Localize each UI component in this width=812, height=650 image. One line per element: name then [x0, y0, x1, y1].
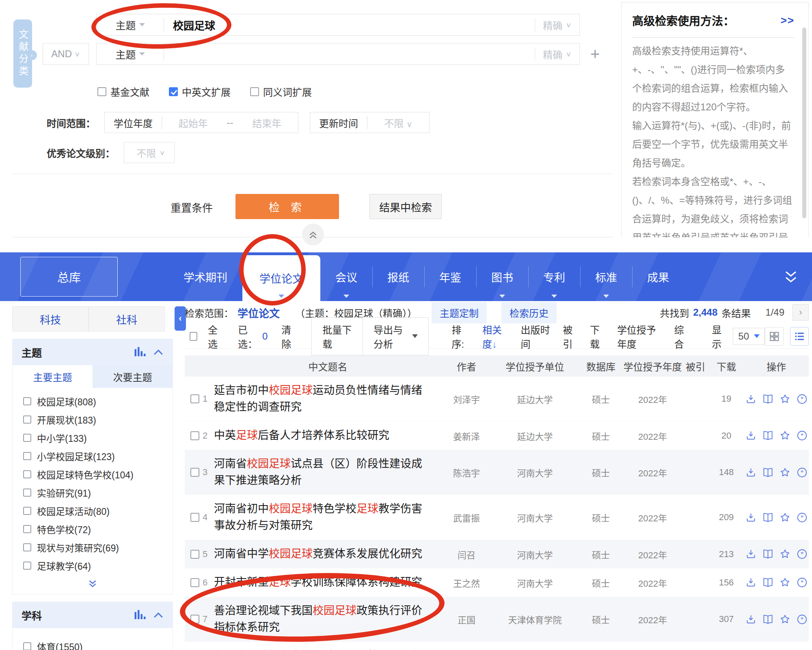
- download-icon[interactable]: [745, 512, 756, 523]
- sort-option-4[interactable]: 下载: [590, 322, 605, 351]
- thesis-title-link[interactable]: 延吉市初中校园足球运动员负性情绪与情绪稳定性的调查研究: [214, 382, 442, 415]
- grid-view-button[interactable]: [765, 327, 784, 346]
- facet-item-topic-7[interactable]: 校园足球活动(80): [13, 501, 173, 520]
- unchecked-checkbox[interactable]: [97, 87, 106, 96]
- star-icon[interactable]: [780, 467, 790, 478]
- star-icon[interactable]: [780, 512, 790, 523]
- thesis-title-link[interactable]: 中英足球后备人才培养体系比较研究: [214, 427, 442, 444]
- match-select-1[interactable]: 精确 ∨: [535, 18, 579, 32]
- sort-option-6[interactable]: 综合: [674, 322, 689, 351]
- sidebar-collapse-button[interactable]: ‹: [175, 306, 186, 331]
- document-category-tab[interactable]: 文献分类 ›: [13, 19, 32, 88]
- book-icon[interactable]: [762, 430, 773, 441]
- unchecked-checkbox[interactable]: [23, 642, 31, 650]
- quote-icon[interactable]: ”: [797, 549, 808, 560]
- degree-year-select[interactable]: 学位年度: [105, 116, 162, 130]
- unchecked-checkbox[interactable]: [23, 489, 31, 497]
- download-icon[interactable]: [745, 614, 756, 625]
- quote-icon[interactable]: ”: [797, 614, 808, 625]
- search-option-1[interactable]: 中英文扩展: [169, 84, 231, 99]
- nav-item-7[interactable]: 专利: [528, 252, 580, 301]
- book-icon[interactable]: [762, 577, 773, 588]
- update-time-select[interactable]: 不限 ∨: [367, 116, 429, 130]
- checked-checkbox[interactable]: [169, 87, 178, 96]
- facet-item-topic-9[interactable]: 现状与对策研究(69): [13, 538, 173, 556]
- search-history-button[interactable]: 检索历史: [501, 302, 557, 323]
- unchecked-checkbox[interactable]: [23, 543, 31, 551]
- star-icon[interactable]: [780, 614, 790, 625]
- scope-value[interactable]: 学位论文: [238, 305, 280, 320]
- bar-chart-icon[interactable]: [134, 610, 146, 620]
- clear-selection-button[interactable]: 清除: [281, 322, 298, 351]
- unchecked-checkbox[interactable]: [23, 397, 31, 405]
- search-input-1[interactable]: 校园足球: [164, 17, 535, 32]
- facet-item-topic-3[interactable]: 中小学(133): [13, 428, 173, 447]
- book-icon[interactable]: [762, 512, 773, 523]
- collapse-panel-button[interactable]: [302, 224, 324, 245]
- unchecked-checkbox[interactable]: [250, 87, 259, 96]
- download-icon[interactable]: [745, 394, 756, 405]
- sort-option-3[interactable]: 被引: [563, 322, 578, 351]
- search-option-0[interactable]: 基金文献: [97, 84, 149, 99]
- quote-icon[interactable]: ”: [797, 430, 808, 441]
- nav-item-total-library[interactable]: 总库: [20, 257, 118, 297]
- thesis-title-link[interactable]: 河南省校园足球试点县（区）阶段性建设成果下推进策略分析: [214, 456, 442, 489]
- nav-more-button[interactable]: [781, 267, 801, 288]
- download-icon[interactable]: [745, 430, 756, 441]
- search-in-results-button[interactable]: 结果中检索: [369, 194, 442, 219]
- batch-download-button[interactable]: 批量下载: [312, 318, 363, 355]
- add-search-row-icon[interactable]: +: [590, 46, 600, 62]
- topic-customize-button[interactable]: 主题定制: [432, 302, 487, 323]
- download-icon[interactable]: [745, 549, 756, 560]
- facet-item-topic-4[interactable]: 小学校园足球(123): [13, 447, 173, 465]
- unchecked-checkbox[interactable]: [23, 562, 31, 570]
- book-icon[interactable]: [762, 614, 773, 625]
- row-checkbox[interactable]: [190, 431, 199, 440]
- nav-item-1[interactable]: 学术期刊: [168, 252, 242, 301]
- export-analyze-button[interactable]: 导出与分析: [363, 318, 428, 355]
- nav-item-9[interactable]: 成果: [632, 252, 684, 301]
- sort-option-1[interactable]: 相关度↓: [482, 322, 509, 351]
- unchecked-checkbox[interactable]: [23, 452, 31, 460]
- row-checkbox[interactable]: [190, 513, 199, 522]
- author-cell[interactable]: 姜新泽: [442, 429, 491, 442]
- select-all-checkbox[interactable]: [190, 332, 197, 341]
- end-year-input[interactable]: 结束年: [236, 116, 298, 130]
- star-icon[interactable]: [780, 394, 790, 405]
- nav-item-4[interactable]: 报纸: [372, 252, 424, 301]
- thesis-title-link[interactable]: 善治理论视域下我国校园足球政策执行评价指标体系研究: [214, 603, 442, 636]
- author-cell[interactable]: 王之然: [442, 576, 491, 589]
- sort-option-2[interactable]: 出版时间: [520, 322, 551, 351]
- thesis-title-link[interactable]: 梅州市足球特色学校足球开展现状调查分析 ——以梅州市梅县区高级中学为例: [214, 648, 442, 650]
- thesis-title-link[interactable]: 河南省初中校园足球特色学校足球教学伤害事故分析与对策研究: [214, 501, 442, 534]
- row-checkbox[interactable]: [190, 394, 199, 403]
- facet-item-topic-6[interactable]: 实验研究(91): [13, 483, 173, 501]
- book-icon[interactable]: [762, 467, 773, 478]
- quote-icon[interactable]: ”: [797, 394, 808, 405]
- excellent-level-select[interactable]: 不限 ∨: [124, 142, 175, 163]
- next-page-button[interactable]: ›: [793, 304, 809, 321]
- unchecked-checkbox[interactable]: [23, 507, 31, 515]
- help-more-link[interactable]: >>: [781, 14, 795, 27]
- facet-item-topic-8[interactable]: 特色学校(72): [13, 520, 173, 538]
- facet-item-topic-2[interactable]: 开展现状(183): [13, 410, 173, 428]
- star-icon[interactable]: [780, 577, 790, 588]
- sidebar-tab-science[interactable]: 科技: [12, 306, 89, 331]
- page-size-select[interactable]: 50: [733, 328, 765, 345]
- thesis-title-link[interactable]: 开封市新型足球学校训练保障体系构建研究: [214, 574, 442, 591]
- show-more-topics-button[interactable]: [13, 576, 173, 594]
- start-year-input[interactable]: 起始年: [162, 116, 225, 130]
- collapse-section-icon[interactable]: [153, 349, 164, 356]
- book-icon[interactable]: [762, 549, 773, 560]
- sidebar-tab-social[interactable]: 社科: [89, 306, 165, 331]
- book-icon[interactable]: [762, 394, 773, 405]
- author-cell[interactable]: 正国: [442, 613, 491, 626]
- reset-button[interactable]: 重置条件: [171, 200, 213, 215]
- scrollbar-thumb[interactable]: [802, 28, 806, 218]
- bar-chart-icon[interactable]: [134, 347, 146, 357]
- unchecked-checkbox[interactable]: [23, 525, 31, 533]
- unchecked-checkbox[interactable]: [23, 415, 31, 424]
- download-icon[interactable]: [745, 467, 756, 478]
- author-cell[interactable]: 武雷振: [442, 511, 491, 524]
- facet-item-topic-5[interactable]: 校园足球特色学校(104): [13, 465, 173, 483]
